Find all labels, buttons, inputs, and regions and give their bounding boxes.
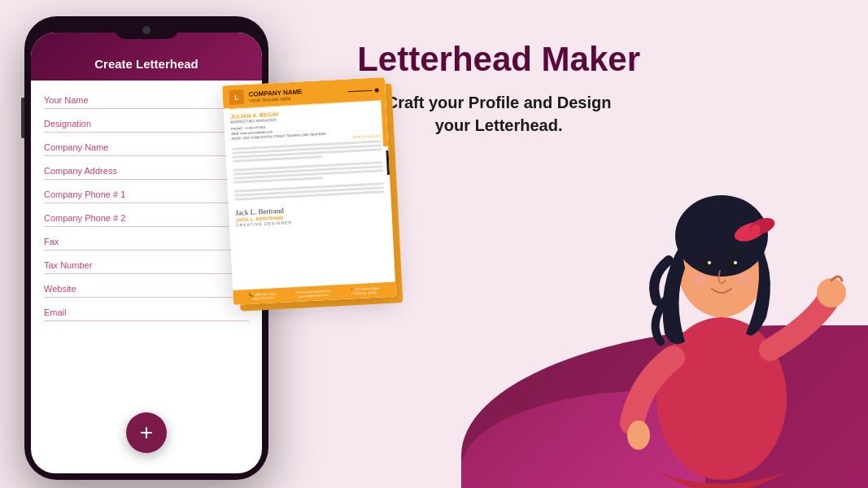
field-your-name-label: Your Name	[44, 95, 249, 105]
field-email[interactable]: Email	[44, 299, 249, 321]
field-company-address-label: Company Address	[44, 166, 249, 176]
phone-screen-title: Create Letterhead	[44, 57, 249, 71]
field-company-phone2[interactable]: Company Phone # 2	[44, 205, 249, 227]
app-title: Letterhead Maker	[357, 41, 640, 78]
field-tax-number-label: Tax Number	[44, 260, 249, 270]
lh-footer-email: ✉ www.yourwebsite.comyourinfo@email.com	[295, 289, 331, 298]
phone-side-left	[21, 98, 24, 138]
svg-point-7	[751, 224, 761, 234]
lh-footer-phone: 📞 +856-522-2156+856-522-5756	[249, 291, 277, 301]
svg-point-14	[627, 420, 650, 450]
phone-camera	[142, 26, 150, 34]
svg-point-12	[691, 274, 708, 284]
svg-point-11	[734, 261, 737, 264]
field-fax[interactable]: Fax	[44, 229, 249, 251]
field-company-address[interactable]: Company Address	[44, 158, 249, 180]
field-fax-label: Fax	[44, 237, 249, 246]
location-icon: 📍	[350, 287, 354, 291]
field-email-label: Email	[44, 307, 249, 317]
field-company-phone1[interactable]: Company Phone # 1	[44, 181, 249, 203]
lh-logo-box: L	[229, 89, 244, 105]
svg-point-13	[735, 274, 752, 284]
field-website[interactable]: Website	[44, 276, 249, 298]
field-company-name[interactable]: Company Name	[44, 134, 249, 156]
letterhead-preview: L COMPANY NAME YOUR TAGLINE HERE JULIAN …	[222, 77, 396, 305]
phone-header: Create Letterhead	[31, 33, 262, 81]
svg-point-8	[701, 259, 714, 269]
svg-point-9	[727, 259, 740, 269]
character-svg	[591, 122, 852, 488]
field-designation-label: Designation	[44, 119, 249, 129]
field-company-phone1-label: Company Phone # 1	[44, 190, 249, 199]
letterhead-paper: L COMPANY NAME YOUR TAGLINE HERE JULIAN …	[222, 77, 396, 305]
fab-add-button[interactable]: +	[126, 412, 167, 453]
svg-point-1	[817, 278, 846, 307]
field-designation[interactable]: Designation	[44, 111, 249, 133]
lh-body-content: JULIAN A. BEGAY MARKETING MANAGER PHONE:…	[224, 101, 393, 233]
field-website-label: Website	[44, 284, 249, 294]
email-icon: ✉	[295, 290, 298, 294]
field-your-name[interactable]: Your Name	[44, 87, 249, 109]
field-company-name-label: Company Name	[44, 142, 249, 152]
character-container	[591, 122, 852, 488]
phone-icon: 📞	[249, 293, 253, 297]
lh-footer-location: 📍 971 Name StreetCalifonia, 19852	[350, 286, 380, 296]
field-company-phone2-label: Company Phone # 2	[44, 213, 249, 223]
field-tax-number[interactable]: Tax Number	[44, 252, 249, 274]
svg-point-10	[708, 261, 711, 264]
